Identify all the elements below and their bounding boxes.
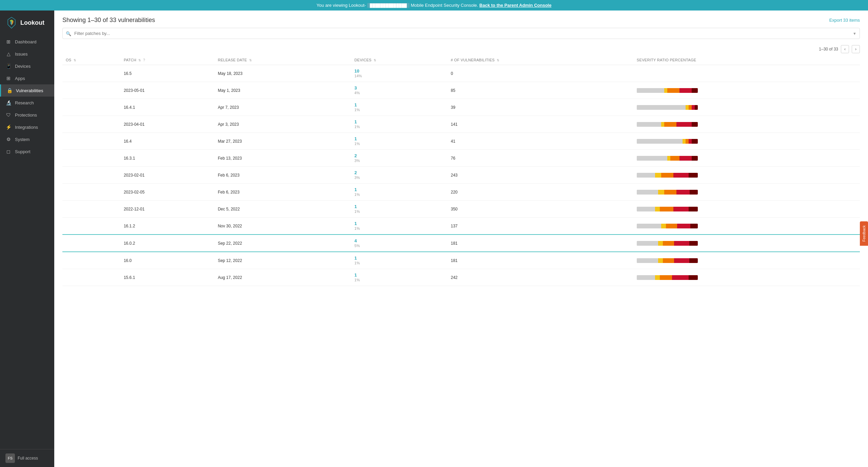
col-patch[interactable]: PATCH ⇅ ? (120, 55, 214, 65)
cell-devices: 11% (351, 252, 447, 269)
severity-segment-0 (637, 139, 683, 144)
severity-bar (637, 207, 698, 211)
table-row[interactable]: 16.1.2Nov 30, 202211%137 (62, 218, 860, 235)
severity-segment-0 (637, 224, 661, 228)
sidebar-label-integrations: Integrations (15, 125, 38, 130)
cell-vulnerabilities: 0 (448, 65, 633, 82)
sidebar-item-system[interactable]: ⚙ System (0, 133, 54, 145)
severity-segment-2 (664, 190, 676, 195)
pagination-label: 1–30 of 33 (819, 47, 838, 52)
severity-segment-2 (667, 88, 679, 93)
table-row[interactable]: 16.5May 18, 20231014%0 (62, 65, 860, 82)
devices-count: 1 (354, 102, 357, 107)
sidebar-item-integrations[interactable]: ⚡ Integrations (0, 121, 54, 133)
back-to-parent-link[interactable]: Back to the Parent Admin Console (479, 3, 552, 8)
cell-severity (633, 201, 860, 218)
devices-count: 1 (354, 119, 357, 124)
cell-release-date: Apr 3, 2023 (214, 116, 351, 133)
table-row[interactable]: 2023-05-01May 1, 202334%85 (62, 82, 860, 99)
devices-count: 1 (354, 221, 357, 226)
severity-bar (637, 190, 698, 195)
cell-devices: 11% (351, 269, 447, 286)
devices-count: 3 (354, 85, 357, 90)
sidebar-label-research: Research (15, 100, 34, 105)
devices-pct: 1% (354, 209, 360, 214)
severity-bar (637, 156, 698, 161)
col-release-date[interactable]: RELEASE DATE ⇅ (214, 55, 351, 65)
table-row[interactable]: 16.0.2Sep 22, 202245%181 (62, 235, 860, 252)
severity-segment-2 (660, 207, 673, 211)
cell-severity (633, 252, 860, 269)
severity-segment-3 (679, 156, 692, 161)
sidebar-item-apps[interactable]: ⊞ Apps (0, 72, 54, 84)
cell-patch: 16.5 (120, 65, 214, 82)
cell-patch: 16.4.1 (120, 99, 214, 116)
cell-os (62, 116, 120, 133)
pagination-next-button[interactable]: › (852, 45, 860, 53)
table-row[interactable]: 16.4Mar 27, 202311%41 (62, 133, 860, 150)
cell-devices: 23% (351, 150, 447, 167)
devices-icon: 📱 (5, 63, 12, 69)
cell-vulnerabilities: 181 (448, 235, 633, 252)
devices-pct: 3% (354, 176, 360, 180)
main-content: Showing 1–30 of 33 vulnerabilities Expor… (54, 11, 868, 467)
table-row[interactable]: 2023-04-01Apr 3, 202311%141 (62, 116, 860, 133)
cell-patch: 2023-02-01 (120, 167, 214, 184)
cell-os (62, 65, 120, 82)
search-input[interactable] (62, 28, 860, 39)
table-row[interactable]: 16.4.1Apr 7, 202311%39 (62, 99, 860, 116)
sidebar-bottom: FS Full access (0, 449, 54, 467)
cell-severity (633, 235, 860, 252)
sidebar-label-devices: Devices (15, 64, 31, 69)
issues-icon: △ (5, 51, 12, 57)
cell-severity (633, 167, 860, 184)
dropdown-arrow-icon: ▼ (853, 32, 856, 36)
sidebar-label-issues: Issues (15, 52, 28, 57)
sidebar-item-protections[interactable]: 🛡 Protections (0, 109, 54, 121)
banner-tenant: ██████████████ (367, 3, 410, 8)
table-row[interactable]: 16.3.1Feb 13, 202323%76 (62, 150, 860, 167)
sidebar-item-vulnerabilities[interactable]: 🔒 Vulnerabilities (0, 84, 54, 97)
apps-icon: ⊞ (5, 76, 12, 81)
cell-os (62, 82, 120, 99)
severity-segment-1 (661, 122, 664, 127)
integrations-icon: ⚡ (5, 124, 12, 130)
severity-segment-4 (689, 207, 698, 211)
severity-segment-2 (663, 258, 674, 263)
sidebar-item-research[interactable]: 🔬 Research (0, 97, 54, 109)
patch-sort-icon: ⇅ (138, 59, 141, 62)
sidebar-item-dashboard[interactable]: ⊞ Dashboard (0, 36, 54, 48)
cell-release-date: Sep 12, 2022 (214, 252, 351, 269)
severity-segment-1 (658, 190, 664, 195)
devices-count: 1 (354, 272, 357, 278)
severity-bar (637, 224, 698, 228)
export-button[interactable]: Export 33 items (829, 18, 860, 23)
severity-bar (637, 105, 698, 110)
table-row[interactable]: 2023-02-01Feb 6, 202323%243 (62, 167, 860, 184)
severity-segment-0 (637, 88, 664, 93)
severity-segment-1 (655, 275, 660, 280)
cell-severity (633, 82, 860, 99)
severity-segment-1 (655, 207, 660, 211)
table-row[interactable]: 2023-02-05Feb 6, 202311%220 (62, 184, 860, 201)
severity-segment-2 (670, 156, 679, 161)
col-devices[interactable]: DEVICES ⇅ (351, 55, 447, 65)
sidebar-item-issues[interactable]: △ Issues (0, 48, 54, 60)
feedback-tab[interactable]: Feedback (860, 221, 868, 246)
devices-count: 1 (354, 187, 357, 192)
col-vulnerabilities[interactable]: # OF VULNERABILITIES ⇅ (448, 55, 633, 65)
table-row[interactable]: 16.0Sep 12, 202211%181 (62, 252, 860, 269)
table-row[interactable]: 15.6.1Aug 17, 202211%242 (62, 269, 860, 286)
cell-severity (633, 116, 860, 133)
sidebar-item-devices[interactable]: 📱 Devices (0, 60, 54, 72)
sidebar-item-support[interactable]: ◻ Support (0, 145, 54, 158)
cell-vulnerabilities: 242 (448, 269, 633, 286)
col-os[interactable]: OS ⇅ (62, 55, 120, 65)
pagination-prev-button[interactable]: ‹ (841, 45, 849, 53)
cell-release-date: Apr 7, 2023 (214, 99, 351, 116)
cell-patch: 16.4 (120, 133, 214, 150)
devices-pct: 1% (354, 226, 360, 230)
table-row[interactable]: 2022-12-01Dec 5, 202211%350 (62, 201, 860, 218)
cell-vulnerabilities: 41 (448, 133, 633, 150)
severity-segment-1 (683, 139, 686, 144)
